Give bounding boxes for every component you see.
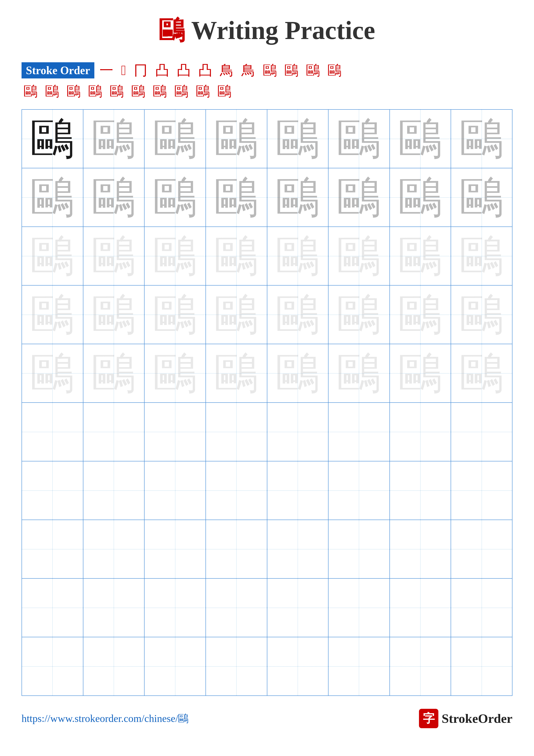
practice-char: 鷗 bbox=[215, 117, 258, 160]
grid-cell[interactable]: 鷗 bbox=[451, 168, 512, 227]
grid-row[interactable] bbox=[22, 520, 512, 579]
grid-cell[interactable]: 鷗 bbox=[390, 227, 451, 285]
grid-cell[interactable]: 鷗 bbox=[390, 168, 451, 227]
footer-brand: 字 StrokeOrder bbox=[419, 709, 513, 728]
grid-cell[interactable]: 鷗 bbox=[22, 285, 83, 344]
grid-row[interactable]: 鷗鷗鷗鷗鷗鷗鷗鷗 bbox=[22, 227, 512, 285]
grid-cell[interactable]: 鷗 bbox=[83, 344, 145, 402]
grid-cell[interactable]: 鷗 bbox=[451, 110, 512, 168]
grid-cell[interactable]: 鷗 bbox=[328, 110, 390, 168]
grid-cell[interactable]: 鷗 bbox=[22, 110, 83, 168]
grid-cell[interactable]: 鷗 bbox=[267, 168, 329, 227]
grid-cell[interactable]: 鷗 bbox=[451, 285, 512, 344]
grid-cell[interactable] bbox=[267, 579, 329, 637]
grid-cell[interactable]: 鷗 bbox=[22, 344, 83, 402]
grid-cell[interactable]: 鷗 bbox=[144, 344, 206, 402]
grid-cell[interactable]: 鷗 bbox=[328, 168, 390, 227]
grid-cell[interactable] bbox=[451, 461, 512, 520]
grid-cell[interactable]: 鷗 bbox=[451, 344, 512, 402]
practice-char: 鷗 bbox=[31, 234, 74, 278]
grid-cell[interactable] bbox=[206, 520, 267, 578]
grid-cell[interactable] bbox=[328, 461, 390, 520]
grid-cell[interactable]: 鷗 bbox=[144, 168, 206, 227]
grid-cell[interactable]: 鷗 bbox=[83, 168, 145, 227]
grid-cell[interactable]: 鷗 bbox=[328, 227, 390, 285]
grid-cell[interactable] bbox=[144, 579, 206, 637]
grid-cell[interactable] bbox=[22, 637, 83, 695]
grid-cell[interactable] bbox=[144, 637, 206, 695]
grid-cell[interactable] bbox=[83, 579, 145, 637]
grid-cell[interactable] bbox=[206, 461, 267, 520]
grid-cell[interactable] bbox=[22, 461, 83, 520]
grid-cell[interactable] bbox=[451, 403, 512, 461]
grid-cell[interactable] bbox=[144, 403, 206, 461]
grid-cell[interactable] bbox=[22, 520, 83, 578]
grid-cell[interactable] bbox=[451, 520, 512, 578]
grid-cell[interactable]: 鷗 bbox=[83, 110, 145, 168]
grid-cell[interactable] bbox=[451, 637, 512, 695]
grid-cell[interactable] bbox=[83, 637, 145, 695]
grid-row[interactable]: 鷗鷗鷗鷗鷗鷗鷗鷗 bbox=[22, 285, 512, 344]
grid-cell[interactable]: 鷗 bbox=[206, 168, 267, 227]
grid-cell[interactable] bbox=[144, 461, 206, 520]
grid-cell[interactable] bbox=[390, 637, 451, 695]
grid-cell[interactable]: 鷗 bbox=[206, 227, 267, 285]
grid-cell[interactable]: 鷗 bbox=[206, 344, 267, 402]
grid-cell[interactable]: 鷗 bbox=[144, 227, 206, 285]
grid-cell[interactable]: 鷗 bbox=[451, 227, 512, 285]
practice-char: 鷗 bbox=[154, 234, 197, 278]
grid-cell[interactable] bbox=[390, 461, 451, 520]
grid-cell[interactable] bbox=[390, 403, 451, 461]
grid-cell[interactable] bbox=[22, 403, 83, 461]
grid-cell[interactable]: 鷗 bbox=[390, 110, 451, 168]
grid-row[interactable]: 鷗鷗鷗鷗鷗鷗鷗鷗 bbox=[22, 110, 512, 168]
grid-cell[interactable] bbox=[83, 461, 145, 520]
grid-cell[interactable] bbox=[206, 403, 267, 461]
grid-cell[interactable]: 鷗 bbox=[390, 285, 451, 344]
practice-char: 鷗 bbox=[92, 293, 135, 336]
grid-row[interactable]: 鷗鷗鷗鷗鷗鷗鷗鷗 bbox=[22, 344, 512, 403]
grid-cell[interactable] bbox=[328, 637, 390, 695]
grid-cell[interactable] bbox=[328, 579, 390, 637]
grid-row[interactable] bbox=[22, 637, 512, 695]
grid-cell[interactable]: 鷗 bbox=[267, 110, 329, 168]
grid-cell[interactable]: 鷗 bbox=[328, 285, 390, 344]
grid-cell[interactable] bbox=[451, 579, 512, 637]
grid-cell[interactable]: 鷗 bbox=[206, 285, 267, 344]
grid-row[interactable] bbox=[22, 579, 512, 637]
grid-cell[interactable] bbox=[267, 403, 329, 461]
grid-row[interactable] bbox=[22, 403, 512, 461]
grid-cell[interactable] bbox=[328, 403, 390, 461]
grid-cell[interactable] bbox=[267, 461, 329, 520]
grid-cell[interactable] bbox=[206, 579, 267, 637]
footer-url[interactable]: https://www.strokeorder.com/chinese/鷗 bbox=[21, 712, 189, 725]
grid-cell[interactable]: 鷗 bbox=[144, 110, 206, 168]
grid-cell[interactable]: 鷗 bbox=[390, 344, 451, 402]
grid-cell[interactable]: 鷗 bbox=[22, 168, 83, 227]
grid-row[interactable] bbox=[22, 461, 512, 520]
grid-cell[interactable] bbox=[328, 520, 390, 578]
grid-cell[interactable] bbox=[83, 520, 145, 578]
grid-cell[interactable] bbox=[267, 520, 329, 578]
practice-char: 鷗 bbox=[276, 293, 319, 336]
grid-cell[interactable]: 鷗 bbox=[267, 344, 329, 402]
grid-cell[interactable] bbox=[267, 637, 329, 695]
grid-cell[interactable] bbox=[206, 637, 267, 695]
grid-cell[interactable]: 鷗 bbox=[206, 110, 267, 168]
grid-row[interactable]: 鷗鷗鷗鷗鷗鷗鷗鷗 bbox=[22, 168, 512, 227]
grid-cell[interactable] bbox=[83, 403, 145, 461]
practice-char: 鷗 bbox=[92, 352, 135, 395]
grid-cell[interactable] bbox=[390, 520, 451, 578]
grid-cell[interactable] bbox=[390, 579, 451, 637]
grid-cell[interactable]: 鷗 bbox=[83, 227, 145, 285]
practice-char: 鷗 bbox=[92, 117, 135, 160]
stroke-sequence-row1: 一 𠃌 冂 凸 凸 凸 鳥 鳥 鷗 鷗 鷗 鷗 bbox=[99, 63, 343, 78]
grid-cell[interactable]: 鷗 bbox=[22, 227, 83, 285]
grid-cell[interactable]: 鷗 bbox=[267, 227, 329, 285]
grid-cell[interactable]: 鷗 bbox=[83, 285, 145, 344]
grid-cell[interactable] bbox=[22, 579, 83, 637]
grid-cell[interactable]: 鷗 bbox=[267, 285, 329, 344]
grid-cell[interactable]: 鷗 bbox=[328, 344, 390, 402]
grid-cell[interactable] bbox=[144, 520, 206, 578]
grid-cell[interactable]: 鷗 bbox=[144, 285, 206, 344]
